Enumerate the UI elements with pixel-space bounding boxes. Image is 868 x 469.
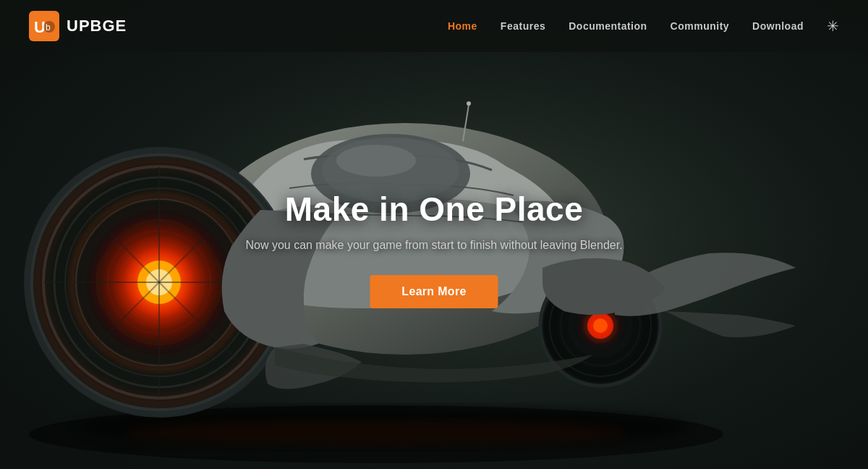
upbge-logo-icon: U b (29, 11, 59, 41)
logo[interactable]: U b UPBGE (29, 11, 127, 41)
nav-home[interactable]: Home (448, 20, 477, 32)
nav-documentation[interactable]: Documentation (569, 20, 647, 32)
hero-content: Make in One Place Now you can make your … (245, 190, 622, 308)
hero-subtitle: Now you can make your game from start to… (245, 239, 622, 252)
nav-links: Home Features Documentation Community Do… (448, 17, 839, 35)
nav-community[interactable]: Community (671, 20, 730, 32)
svg-point-35 (593, 318, 608, 333)
svg-text:b: b (46, 22, 51, 33)
hero-title: Make in One Place (245, 190, 622, 229)
svg-point-41 (123, 420, 629, 446)
navbar: U b UPBGE Home Features Documentation Co… (0, 0, 868, 52)
svg-point-40 (467, 101, 471, 106)
nav-download[interactable]: Download (752, 20, 804, 32)
logo-text: UPBGE (67, 17, 127, 35)
hero-section: U b UPBGE Home Features Documentation Co… (0, 0, 868, 469)
nav-features[interactable]: Features (501, 20, 545, 32)
svg-point-6 (336, 145, 416, 177)
learn-more-button[interactable]: Learn More (370, 275, 498, 308)
theme-toggle-icon[interactable]: ✳ (827, 18, 839, 34)
